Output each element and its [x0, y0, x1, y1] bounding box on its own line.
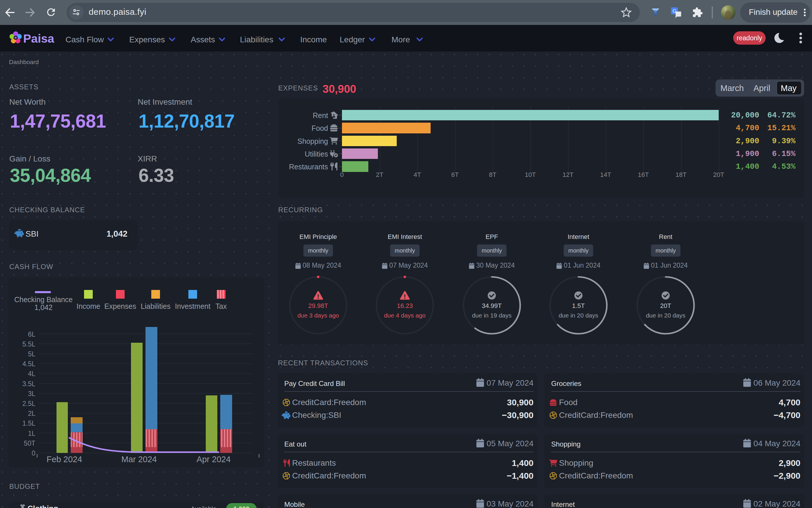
svg-text:1L: 1L	[28, 430, 35, 437]
svg-text:5L: 5L	[28, 350, 35, 358]
svg-text:Expenses: Expenses	[104, 302, 136, 310]
svg-text:4L: 4L	[28, 370, 35, 378]
svg-text:Apr 2024: Apr 2024	[196, 455, 231, 464]
svg-text:Checking Balance: Checking Balance	[14, 295, 73, 304]
svg-text:6L: 6L	[28, 331, 35, 338]
svg-text:3L: 3L	[28, 390, 35, 397]
svg-text:2L: 2L	[28, 410, 35, 417]
svg-text:due in 19 days: due in 19 days	[472, 312, 512, 319]
svg-text:0: 0	[32, 450, 35, 457]
svg-text:due 4 days ago: due 4 days ago	[384, 312, 426, 319]
svg-text:20T: 20T	[660, 302, 671, 309]
svg-text:34.99T: 34.99T	[482, 302, 502, 309]
svg-text:Liabilities: Liabilities	[141, 302, 171, 310]
svg-text:1.5T: 1.5T	[572, 302, 585, 309]
svg-text:Income: Income	[77, 302, 100, 310]
svg-text:5.5L: 5.5L	[22, 340, 35, 348]
svg-text:due 3 days ago: due 3 days ago	[297, 312, 339, 319]
svg-text:Feb 2024: Feb 2024	[47, 455, 82, 464]
svg-text:16.23: 16.23	[397, 302, 413, 309]
svg-text:Investment: Investment	[175, 302, 211, 310]
svg-text:due in 20 days: due in 20 days	[646, 312, 686, 319]
svg-text:4.5L: 4.5L	[22, 360, 35, 368]
svg-text:3.5L: 3.5L	[22, 380, 35, 388]
svg-text:2.5L: 2.5L	[22, 400, 35, 408]
svg-text:29.98T: 29.98T	[308, 302, 328, 309]
svg-text:1.5L: 1.5L	[22, 420, 35, 427]
svg-text:due in 20 days: due in 20 days	[559, 312, 598, 319]
svg-text:Tax: Tax	[216, 302, 227, 310]
svg-text:50T: 50T	[24, 439, 35, 447]
svg-text:1,042: 1,042	[35, 303, 53, 311]
svg-text:Mar 2024: Mar 2024	[122, 455, 157, 464]
